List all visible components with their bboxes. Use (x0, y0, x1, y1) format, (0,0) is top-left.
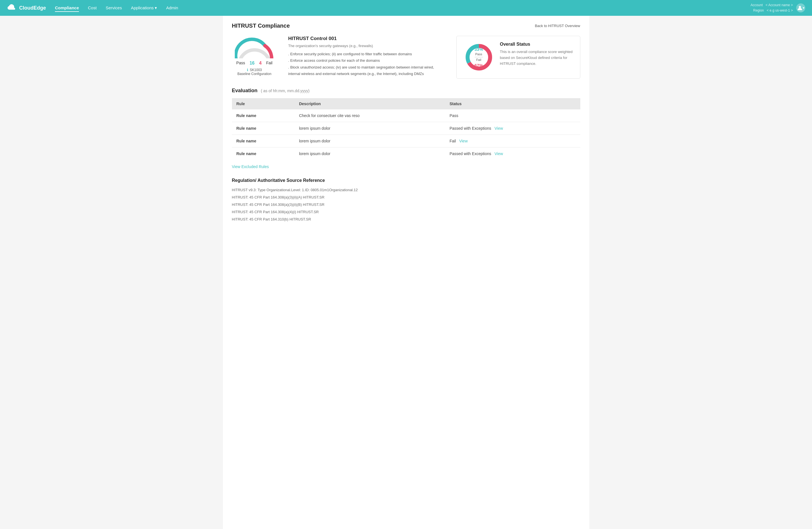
col-status: Status (445, 98, 580, 110)
nav-cost[interactable]: Cost (88, 4, 97, 12)
rule-name: Rule name (236, 139, 257, 143)
view-excluded-link[interactable]: View Excluded Rules (232, 165, 269, 169)
sk-sublabel: Baseline Configuration (237, 72, 272, 76)
nav-links: Compliance Cost Services Applications ▾ … (55, 4, 751, 12)
rule-name: Rule name (236, 126, 257, 131)
reg-source-item: HITRUST: 45 CFR Part 164.308(a)(4)(i) HI… (232, 209, 580, 216)
status-text: Passed with Exceptions (450, 126, 491, 131)
control-info: HITRUST Control 001 The organization's s… (288, 36, 445, 79)
page-title: HITRUST Compliance (232, 23, 290, 29)
reg-source-items: HITRUST v9.3: Type Organizational.Level:… (232, 186, 580, 223)
logo-text: CloudEdge (19, 5, 46, 11)
rule-name-cell: Rule name (232, 135, 294, 147)
table-row: Rule namelorem ipsum dolorPassed with Ex… (232, 147, 580, 160)
status-cell: Pass (445, 110, 580, 122)
evaluation-header: Evaluation ( as of hh:mm, mm.dd.yyyy) (232, 88, 580, 94)
region-label: Region (753, 9, 764, 12)
rule-name-cell: Rule name (232, 110, 294, 122)
donut-pass-label: Pass (474, 52, 483, 56)
nav-compliance[interactable]: Compliance (55, 4, 79, 12)
user-avatar[interactable]: ▾ (796, 3, 805, 12)
evaluation-as-of: ( as of hh:mm, mm.dd.yyyy) (261, 88, 310, 93)
gauge-container: Pass 16 4 Fail ℹ SK1003 Baseline Configu… (232, 36, 277, 79)
sk-label: SK1003 (250, 68, 262, 72)
nav-services[interactable]: Services (106, 4, 122, 12)
overall-status-title: Overall Status (500, 42, 573, 47)
donut-labels: 33% Pass Fail 67% (474, 46, 483, 68)
logo[interactable]: CloudEdge (7, 3, 46, 13)
view-link[interactable]: View (494, 126, 503, 131)
back-link[interactable]: Back to HITRUST Overview (535, 24, 580, 28)
reg-source-item: HITRUST: 45 CFR Part 164.308(a)(3)(ii)(A… (232, 194, 580, 201)
status-cell: Passed with Exceptions View (445, 122, 580, 135)
cloud-icon (7, 3, 17, 13)
nav-admin[interactable]: Admin (166, 4, 178, 12)
info-icon: ℹ (247, 68, 248, 72)
account-row: Account < Account name > (751, 2, 793, 8)
user-icon (797, 5, 803, 11)
pass-label: Pass (236, 61, 245, 66)
status-text: Fail (450, 139, 456, 143)
control-bullets: Enforce security policies; (ii) are conf… (288, 51, 445, 77)
bullet-3: Block unauthorized access; (iv) are used… (288, 64, 445, 77)
gauge-sk: ℹ SK1003 Baseline Configuration (237, 68, 272, 76)
status-cell: Passed with Exceptions View (445, 147, 580, 160)
description-cell: lorem ipsum dolor (294, 135, 445, 147)
main-content: HITRUST Compliance Back to HITRUST Overv… (223, 16, 589, 529)
evaluation-table: Rule Description Status Rule nameCheck f… (232, 98, 580, 160)
svg-point-0 (799, 6, 801, 8)
col-rule: Rule (232, 98, 294, 110)
reg-source-title: Regulation/ Authoritative Source Referen… (232, 178, 580, 183)
gauge-labels: Pass 16 4 Fail (236, 61, 272, 66)
overall-status-desc: This is an overall compliance score weig… (500, 49, 573, 67)
bullet-1: Enforce security policies; (ii) are conf… (288, 51, 445, 57)
control-section: Pass 16 4 Fail ℹ SK1003 Baseline Configu… (232, 36, 580, 79)
description-cell: Check for consectuer cite vas reso (294, 110, 445, 122)
table-row: Rule namelorem ipsum dolorFail View (232, 135, 580, 147)
status-text: Passed with Exceptions (450, 152, 491, 156)
rule-name-cell: Rule name (232, 122, 294, 135)
control-desc: The organization's security gateways (e.… (288, 44, 445, 48)
status-text: Pass (450, 113, 458, 118)
reg-source-item: HITRUST: 45 CFR Part 164.310(b) HITRUST.… (232, 216, 580, 223)
evaluation-title: Evaluation (232, 88, 258, 94)
description-cell: lorem ipsum dolor (294, 147, 445, 160)
fail-count: 4 (259, 61, 262, 66)
view-excluded: View Excluded Rules (232, 165, 580, 169)
donut-container: 33% Pass Fail 67% (463, 42, 494, 73)
control-title: HITRUST Control 001 (288, 36, 445, 41)
view-link[interactable]: View (494, 152, 503, 156)
region-value: < e.g us-west-1 > (767, 9, 793, 12)
reg-source-item: HITRUST: 45 CFR Part 164.308(a)(3)(ii)(B… (232, 201, 580, 209)
col-description: Description (294, 98, 445, 110)
rule-name: Rule name (236, 113, 257, 118)
donut-fail-pct: 67% (474, 62, 483, 68)
fail-label: Fail (266, 61, 273, 66)
page-header: HITRUST Compliance Back to HITRUST Overv… (232, 23, 580, 29)
gauge-svg (235, 36, 274, 58)
bullet-2: Enforce access control policies for each… (288, 57, 445, 64)
status-cell: Fail View (445, 135, 580, 147)
account-label: Account (751, 3, 763, 7)
description-cell: lorem ipsum dolor (294, 122, 445, 135)
account-value: < Account name > (766, 3, 793, 7)
overall-status-text: Overall Status This is an overall compli… (500, 42, 573, 67)
reg-source: Regulation/ Authoritative Source Referen… (232, 178, 580, 223)
donut-pass-pct: 33% (474, 46, 483, 52)
table-row: Rule namelorem ipsum dolorPassed with Ex… (232, 122, 580, 135)
navigation: CloudEdge Compliance Cost Services Appli… (0, 0, 812, 16)
pass-count: 16 (249, 61, 255, 66)
gauge-wrapper (235, 36, 274, 58)
view-link[interactable]: View (459, 139, 468, 143)
rule-name-cell: Rule name (232, 147, 294, 160)
region-row: Region < e.g us-west-1 > (751, 8, 793, 13)
reg-source-item: HITRUST v9.3: Type Organizational.Level:… (232, 186, 580, 194)
table-row: Rule nameCheck for consectuer cite vas r… (232, 110, 580, 122)
overall-status-card: 33% Pass Fail 67% Overall Status This is… (456, 36, 580, 79)
account-info: Account < Account name > Region < e.g us… (751, 2, 793, 13)
rule-name: Rule name (236, 152, 257, 156)
donut-fail-label: Fail (474, 58, 483, 62)
nav-right: Account < Account name > Region < e.g us… (751, 2, 805, 13)
nav-applications[interactable]: Applications ▾ (131, 4, 157, 12)
